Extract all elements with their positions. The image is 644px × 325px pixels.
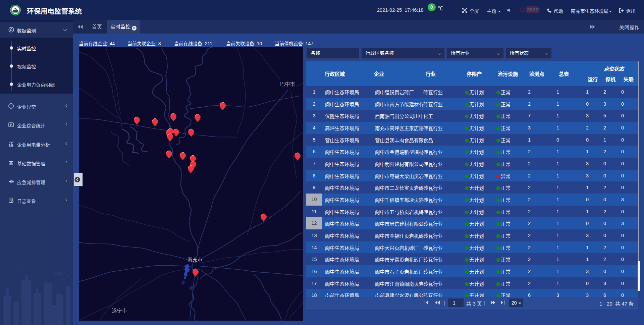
svg-text:遂宁市: 遂宁市 [112,308,127,313]
svg-text:巴中市: 巴中市 [280,81,295,87]
svg-text:南充市: 南充市 [187,257,202,262]
